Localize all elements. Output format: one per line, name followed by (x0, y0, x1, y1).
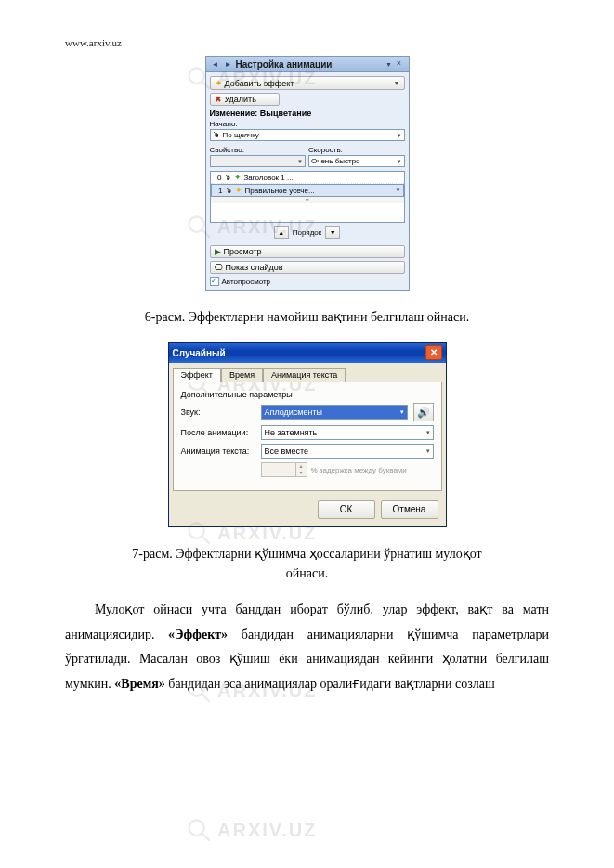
remove-effect-button[interactable]: ✖ Удалить (210, 93, 280, 106)
spin-down-icon: ▼ (296, 470, 307, 476)
effect-icon: ✦ (235, 186, 242, 195)
speaker-button[interactable]: 🔊 (413, 403, 434, 421)
remove-x-icon: ✖ (215, 95, 222, 104)
list-item[interactable]: 0 🖱 ✦ Заголовок 1 ... (211, 172, 404, 184)
text-anim-value: Все вместе (265, 447, 308, 456)
watermark: ARXIV.UZ (186, 817, 318, 843)
sound-label: Звук: (181, 408, 255, 417)
delay-input: ▲▼ (261, 462, 307, 477)
add-effect-label: Добавить эффект (225, 79, 294, 88)
delay-spinner: ▲▼ % задержка между буквами (261, 462, 407, 477)
monitor-icon: 🖵 (215, 263, 223, 272)
figure-caption-6: 6-расм. Эффектларни намойиш вақтини белг… (65, 307, 549, 327)
nav-forward-icon[interactable]: ► (223, 58, 234, 70)
checkbox-icon: ✓ (210, 277, 219, 286)
chevron-down-icon: ▼ (397, 133, 402, 138)
speaker-icon: 🔊 (417, 407, 430, 419)
animation-task-pane: ◄ ► Настройка анимации ▼ × ✦ Добавить эф… (205, 56, 410, 291)
body-paragraph: Мулоқот ойнаси учта банддан иборат бўлиб… (65, 598, 549, 696)
chevron-down-icon[interactable]: ▼ (385, 61, 394, 68)
property-label: Свойство: (210, 146, 307, 154)
close-icon[interactable]: × (394, 58, 405, 70)
svg-line-7 (202, 537, 210, 544)
close-icon[interactable]: ✕ (425, 345, 442, 360)
ok-button[interactable]: ОК (318, 500, 375, 519)
move-up-button[interactable]: ▲ (274, 226, 289, 239)
text-anim-label: Анимация текста: (181, 447, 255, 456)
reorder-label: Порядок (293, 228, 322, 237)
autopreview-label: Автопросмотр (222, 278, 271, 286)
header-url: www.arxiv.uz (65, 37, 549, 48)
after-anim-label: После анимации: (181, 428, 255, 437)
dialog-title: Случайный (173, 348, 425, 358)
start-select[interactable]: 🖱 По щелчку ▼ (210, 129, 405, 141)
expand-handle[interactable]: ≡ (211, 197, 404, 203)
cancel-button[interactable]: Отмена (381, 500, 438, 519)
sound-value: Аплодисменты (265, 408, 323, 417)
chevron-down-icon: ▾ (426, 429, 430, 436)
list-item[interactable]: 1 🖱 ✦ Правильное усече... ▼ (211, 184, 404, 197)
speed-label: Скорость: (308, 146, 405, 154)
taskpane-titlebar: ◄ ► Настройка анимации ▼ × (206, 57, 409, 72)
item-index: 0 (213, 174, 222, 182)
mouse-icon: 🖱 (213, 131, 220, 139)
add-effect-button[interactable]: ✦ Добавить эффект ▼ (210, 76, 405, 90)
tab-text-animation[interactable]: Анимация текста (263, 368, 346, 382)
property-select: ▼ (210, 155, 307, 167)
figure-caption-7: 7-расм. Эффектларни қўшимча ҳоссаларини … (65, 544, 549, 583)
dialog-tabs: Эффект Время Анимация текста (169, 363, 446, 382)
mouse-icon: 🖱 (226, 188, 232, 194)
chevron-down-icon: ▼ (397, 159, 402, 164)
start-value: По щелчку (223, 131, 259, 139)
chevron-down-icon: ▼ (297, 159, 303, 164)
tab-time[interactable]: Время (221, 368, 263, 382)
speed-value: Очень быстро (311, 157, 360, 165)
effect-icon: ✦ (234, 173, 242, 182)
chevron-down-icon: ▾ (400, 408, 404, 416)
play-label: Просмотр (224, 247, 262, 256)
mouse-icon: 🖱 (225, 175, 231, 181)
slideshow-label: Показ слайдов (226, 263, 283, 272)
spin-up-icon: ▲ (296, 463, 307, 470)
item-text: Заголовок 1 ... (244, 174, 402, 182)
item-text: Правильное усече... (245, 187, 393, 195)
group-label: Дополнительные параметры (181, 390, 434, 399)
text-anim-select[interactable]: Все вместе ▾ (261, 444, 434, 459)
after-anim-select[interactable]: Не затемнять ▾ (261, 425, 434, 440)
after-anim-value: Не затемнять (265, 428, 318, 437)
remove-label: Удалить (225, 95, 256, 104)
effects-list[interactable]: 0 🖱 ✦ Заголовок 1 ... 1 🖱 ✦ Правильное у… (210, 171, 405, 223)
delay-hint: % задержка между буквами (311, 466, 407, 474)
move-down-button[interactable]: ▼ (325, 226, 340, 239)
play-button[interactable]: ▶ Просмотр (210, 245, 405, 258)
dialog-panel: Дополнительные параметры Звук: Аплодисме… (173, 382, 442, 491)
play-icon: ▶ (215, 247, 221, 256)
change-section-label: Изменение: Выцветание (210, 109, 405, 118)
reorder-controls: ▲ Порядок ▼ (210, 226, 405, 239)
speed-select[interactable]: Очень быстро ▼ (308, 155, 405, 167)
svg-point-10 (189, 821, 204, 836)
dialog-titlebar: Случайный ✕ (169, 343, 446, 363)
star-icon: ✦ (215, 78, 222, 88)
taskpane-title: Настройка анимации (236, 59, 385, 70)
start-label: Начало: (210, 120, 405, 128)
chevron-down-icon: ▼ (394, 80, 400, 86)
magnifier-icon (186, 817, 212, 843)
effect-options-dialog: Случайный ✕ Эффект Время Анимация текста… (168, 342, 447, 527)
chevron-down-icon: ▾ (426, 447, 430, 455)
nav-back-icon[interactable]: ◄ (210, 58, 221, 70)
item-index: 1 (214, 187, 223, 195)
chevron-down-icon[interactable]: ▼ (396, 188, 401, 193)
slideshow-button[interactable]: 🖵 Показ слайдов (210, 261, 405, 274)
svg-line-11 (202, 834, 210, 841)
sound-select[interactable]: Аплодисменты ▾ (261, 405, 408, 420)
autopreview-checkbox[interactable]: ✓ Автопросмотр (210, 277, 405, 286)
tab-effect[interactable]: Эффект (173, 368, 221, 382)
